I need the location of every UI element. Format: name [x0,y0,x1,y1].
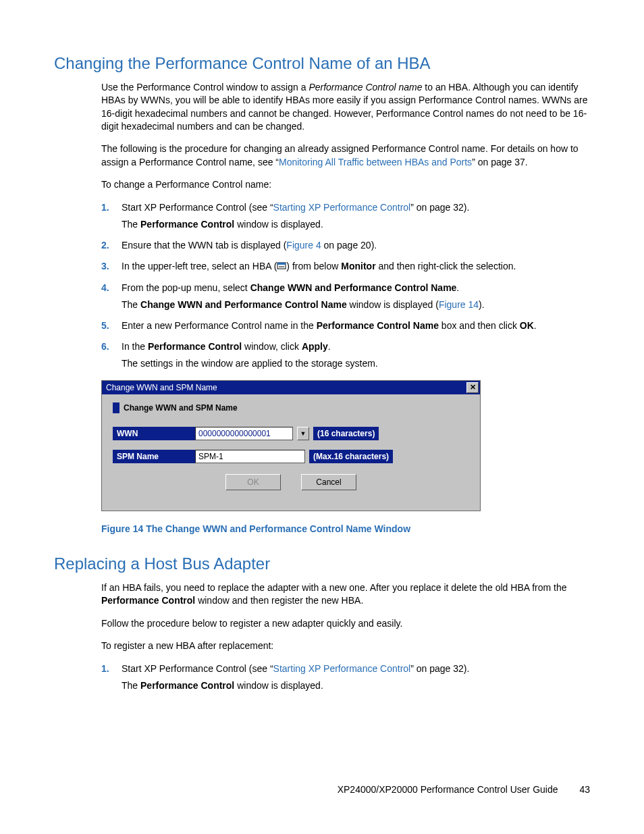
dialog-title: Change WWN and SPM Name [106,383,217,392]
text: window is displayed. [234,680,323,691]
text: From the pop-up menu, select [122,282,250,293]
text: In the [122,341,148,352]
text-emph: Performance Control name [308,82,422,93]
text: . [328,341,331,352]
text: Change WWN and SPM Name [124,403,238,413]
spm-input[interactable]: SPM-1 [195,450,305,463]
text: ) from below [286,261,341,271]
link-figure-14[interactable]: Figure 14 [439,299,479,310]
text: Enter a new Performance Control name in … [122,320,317,331]
spm-row: SPM Name SPM-1 (Max.16 characters) [113,450,469,463]
step-1: Start XP Performance Control (see “Start… [101,662,590,693]
steps-list-2: Start XP Performance Control (see “Start… [101,662,590,693]
step-sub: The settings in the window are applied t… [122,357,590,371]
page-number: 43 [579,784,590,795]
dialog-titlebar: Change WWN and SPM Name ✕ [102,381,480,394]
text-bold: Apply [302,341,328,352]
paragraph: Use the Performance Control window to as… [101,81,590,133]
spm-label: SPM Name [113,450,195,463]
step-sub: The Performance Control window is displa… [122,679,590,693]
paragraph: To register a new HBA after replacement: [101,640,590,652]
text-bold: Performance Control [140,219,234,230]
text: The [122,219,140,230]
text: Ensure that the WWN tab is displayed ( [122,240,286,251]
close-icon[interactable]: ✕ [466,382,479,393]
spm-hint: (Max.16 characters) [309,450,393,463]
text-bold: Performance Control [101,595,195,606]
text: and then right-click the selection. [376,261,516,271]
text: Start XP Performance Control (see “ [122,202,273,213]
text-bold: Change WWN and Performance Control Name [140,299,347,310]
step-1: Start XP Performance Control (see “Start… [101,201,590,232]
paragraph: If an HBA fails, you need to replace the… [101,581,590,608]
text: ” on page 32). [410,202,469,213]
text-bold: Monitor [341,261,375,271]
text: on page 20). [321,240,377,251]
wwn-input[interactable]: 0000000000000001 [195,427,293,440]
dropdown-icon[interactable]: ▼ [297,427,309,440]
step-3: In the upper-left tree, select an HBA ()… [101,259,590,274]
ok-button[interactable]: OK [225,474,281,490]
text-bold: Performance Control [148,341,242,352]
text: The [122,680,140,691]
text: window is displayed. [234,219,323,230]
text: box and then click [439,320,520,331]
paragraph: The following is the procedure for chang… [101,142,590,169]
text: ). [479,299,485,310]
wwn-row: WWN 0000000000000001 ▼ (16 characters) [113,427,469,440]
step-sub: The Performance Control window is displa… [122,217,590,232]
text: . [456,282,459,293]
dialog-panel-title: Change WWN and SPM Name [113,402,469,413]
text: The [122,299,140,310]
text: Use the Performance Control window to as… [101,82,308,93]
text: window, click [242,341,302,352]
hba-icon [277,260,286,274]
text: ” on page 37. [472,157,528,167]
text: In the upper-left tree, select an HBA ( [122,261,277,271]
step-6: In the Performance Control window, click… [101,340,590,371]
wwn-hint: (16 characters) [313,427,379,440]
step-2: Ensure that the WWN tab is displayed (Fi… [101,238,590,253]
wwn-label: WWN [113,427,195,440]
step-4: From the pop-up menu, select Change WWN … [101,281,590,312]
steps-list: Start XP Performance Control (see “Start… [101,201,590,371]
text: window and then register the new HBA. [195,595,363,606]
step-5: Enter a new Performance Control name in … [101,319,590,333]
text: window is displayed ( [347,299,439,310]
svg-rect-1 [277,263,286,265]
page-footer: XP24000/XP20000 Performance Control User… [338,784,590,795]
dialog-change-wwn-spm: Change WWN and SPM Name ✕ Change WWN and… [101,380,481,511]
heading-changing-pc-name: Changing the Performance Control Name of… [54,54,590,73]
heading-replacing-hba: Replacing a Host Bus Adapter [54,554,590,573]
step-sub: The Change WWN and Performance Control N… [122,298,590,312]
text-bold: OK [520,320,534,331]
footer-text: XP24000/XP20000 Performance Control User… [338,784,558,795]
text-bold: Change WWN and Performance Control Name [250,282,457,293]
paragraph: To change a Performance Control name: [101,178,590,191]
text-bold: Performance Control [140,680,234,691]
text: . [534,320,537,331]
link-figure-4[interactable]: Figure 4 [286,240,321,251]
link-starting-xp-pc[interactable]: Starting XP Performance Control [273,202,411,213]
text-bold: Performance Control Name [317,320,439,331]
text: If an HBA fails, you need to replace the… [101,582,567,593]
square-icon [113,402,119,413]
text: ” on page 32). [410,663,469,674]
cancel-button[interactable]: Cancel [301,474,356,490]
figure-caption: Figure 14 The Change WWN and Performance… [101,523,590,534]
text: Start XP Performance Control (see “ [122,663,273,674]
paragraph: Follow the procedure below to register a… [101,617,590,630]
link-monitoring-traffic[interactable]: Monitoring All Traffic between HBAs and … [279,157,472,167]
link-starting-xp-pc-2[interactable]: Starting XP Performance Control [273,663,411,674]
